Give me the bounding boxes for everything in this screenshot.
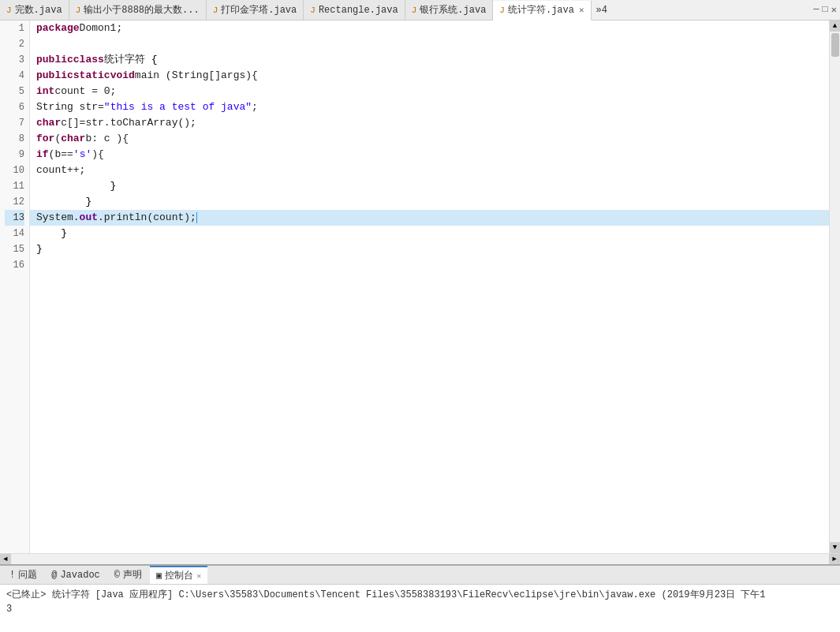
line-number-13: 13 [5, 210, 24, 226]
tab-icon-wan: J [6, 6, 12, 15]
bottom-panel: ! 问题 @ Javadoc © 声明 ▣ 控制台 ✕ <已终止> 统计字符 [… [0, 564, 840, 632]
line-number-7: 7 [5, 115, 24, 131]
vertical-scrollbar[interactable]: ▲ ▼ [829, 21, 840, 553]
code-line-11[interactable]: } [30, 178, 829, 194]
console-line-1: <已终止> 统计字符 [Java 应用程序] C:\Users\35583\Do… [6, 588, 834, 602]
code-line-16[interactable] [30, 257, 829, 273]
line-number-4: 4 [5, 68, 24, 84]
declaration-icon: © [114, 570, 120, 581]
tab-close-count[interactable]: ✕ [579, 5, 584, 15]
tab-label-wan: 完数.java [15, 3, 62, 17]
code-line-9[interactable]: if(b=='s'){ [30, 147, 829, 163]
line-number-1: 1 [5, 21, 24, 36]
horizontal-scrollbar[interactable]: ◄ ► [0, 553, 840, 564]
line-number-14: 14 [5, 226, 24, 241]
line-number-15: 15 [5, 241, 24, 257]
tab-shu[interactable]: J 输出小于8888的最大数... [69, 0, 207, 20]
javadoc-label: Javadoc [60, 570, 99, 581]
code-line-6[interactable]: String str="this is a test of java"; [30, 99, 829, 115]
tab-icon-rect: J [310, 6, 315, 15]
line-number-16: 16 [5, 257, 24, 273]
code-line-5[interactable]: int count = 0; [30, 84, 829, 99]
window-controls: — □ ✕ [813, 4, 840, 16]
scroll-left-arrow[interactable]: ◄ [0, 554, 11, 565]
code-line-4[interactable]: public static void main (String[]args){ [30, 68, 829, 84]
code-line-3[interactable]: public class 统计字符 { [30, 52, 829, 68]
line-number-11: 11 [5, 178, 24, 194]
scroll-right-arrow[interactable]: ► [829, 554, 840, 565]
code-line-1[interactable]: package Domon1; [30, 21, 829, 36]
tab-bank[interactable]: J 银行系统.java [405, 0, 494, 20]
tab-label-count: 统计字符.java [508, 3, 574, 17]
console-close[interactable]: ✕ [196, 571, 201, 581]
minimize-button[interactable]: — [813, 4, 819, 16]
scroll-up-arrow[interactable]: ▲ [830, 21, 841, 32]
line-number-9: 9 [5, 147, 24, 163]
close-button[interactable]: ✕ [831, 4, 837, 16]
line-number-2: 2 [5, 36, 24, 52]
code-line-8[interactable]: for(char b: c ){ [30, 131, 829, 147]
line-number-5: 5 [5, 84, 24, 99]
code-line-15[interactable]: } [30, 241, 829, 257]
console-output: <已终止> 统计字符 [Java 应用程序] C:\Users\35583\Do… [0, 585, 840, 632]
tab-icon-bank: J [412, 6, 417, 15]
bottom-tab-declaration[interactable]: © 声明 [108, 566, 148, 584]
code-line-10[interactable]: count++; [30, 163, 829, 178]
tab-bar: J 完数.java J 输出小于8888的最大数... J 打印金字塔.java… [0, 0, 840, 21]
line-number-3: 3 [5, 52, 24, 68]
line-number-10: 10 [5, 163, 24, 178]
tab-icon-jinta: J [213, 6, 218, 15]
code-line-7[interactable]: char c[]=str.toCharArray(); [30, 115, 829, 131]
code-line-14[interactable]: } [30, 226, 829, 241]
code-line-2[interactable] [30, 36, 829, 52]
line-number-12: 12 [5, 194, 24, 210]
tab-wan[interactable]: J 完数.java [0, 0, 69, 20]
code-line-12[interactable]: } [30, 194, 829, 210]
tab-count[interactable]: J 统计字符.java ✕ [493, 1, 591, 21]
tab-label-bank: 银行系统.java [420, 3, 486, 17]
console-label: 控制台 [165, 569, 193, 582]
line-numbers: 12345678910111213141516 [0, 21, 30, 553]
tab-rect[interactable]: J Rectangle.java [304, 0, 405, 20]
javadoc-icon: @ [51, 570, 57, 581]
console-icon: ▣ [156, 570, 162, 582]
console-line-2: 3 [6, 602, 834, 616]
bottom-tab-problems[interactable]: ! 问题 [3, 566, 43, 584]
scroll-down-arrow[interactable]: ▼ [830, 542, 841, 553]
declaration-label: 声明 [123, 568, 142, 582]
tab-label-shu: 输出小于8888的最大数... [84, 3, 199, 17]
bottom-tabs: ! 问题 @ Javadoc © 声明 ▣ 控制台 ✕ [0, 566, 840, 585]
tab-icon-shu: J [76, 6, 81, 15]
tab-icon-count: J [499, 6, 505, 15]
tab-label-jinta: 打印金字塔.java [221, 3, 297, 17]
tab-overflow[interactable]: »4 [592, 5, 612, 16]
maximize-button[interactable]: □ [823, 4, 828, 16]
bottom-tab-console[interactable]: ▣ 控制台 ✕ [150, 566, 207, 584]
code-line-13[interactable]: System.out.println(count); [30, 210, 829, 226]
code-area[interactable]: package Domon1; public class 统计字符 { publ… [30, 21, 829, 553]
problems-icon: ! [9, 570, 15, 581]
tab-label-rect: Rectangle.java [319, 5, 398, 16]
line-number-8: 8 [5, 131, 24, 147]
h-scroll-track[interactable] [11, 554, 829, 564]
line-number-6: 6 [5, 99, 24, 115]
tab-jinta[interactable]: J 打印金字塔.java [207, 0, 304, 20]
editor-container: 12345678910111213141516 package Domon1; … [0, 21, 840, 553]
scroll-thumb[interactable] [831, 33, 839, 57]
bottom-tab-javadoc[interactable]: @ Javadoc [45, 566, 106, 584]
problems-label: 问题 [18, 568, 37, 582]
